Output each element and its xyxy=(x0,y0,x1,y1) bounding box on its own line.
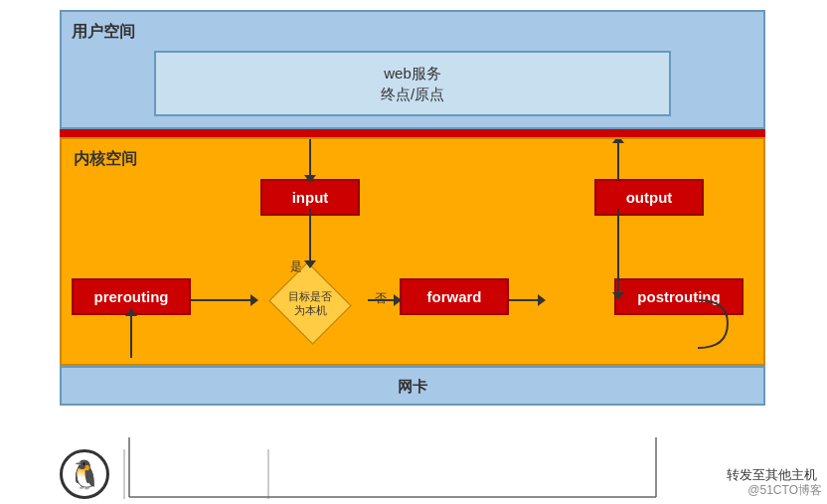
no-label: 否 xyxy=(375,290,387,307)
kernel-space: 内核空间 input output prerouting forward pos… xyxy=(60,137,765,366)
output-box: output xyxy=(594,179,704,216)
watermark: @51CTO博客 xyxy=(747,482,822,499)
network-card: 网卡 xyxy=(60,366,765,406)
main-container: 用户空间 web服务 终点/原点 内核空间 input output prero… xyxy=(60,10,765,437)
diamond-label: 目标是否 为本机 xyxy=(288,289,332,318)
user-space-label: 用户空间 xyxy=(72,22,753,43)
red-divider xyxy=(60,129,765,137)
network-card-label: 网卡 xyxy=(398,378,427,395)
kernel-space-label: 内核空间 xyxy=(74,149,137,170)
web-service-line1: web服务 xyxy=(156,63,669,84)
web-service-box: web服务 终点/原点 xyxy=(154,51,671,116)
diamond-container: 目标是否 为本机 xyxy=(255,263,365,343)
bottom-section: 🐧 xyxy=(60,449,318,499)
bottom-lines-svg xyxy=(119,449,318,499)
yes-label: 是 xyxy=(290,258,302,275)
input-box: input xyxy=(260,179,360,216)
forward-box: forward xyxy=(400,278,509,315)
postrouting-box: postrouting xyxy=(614,278,744,315)
prerouting-box: prerouting xyxy=(72,278,191,315)
logo-icon: 🐧 xyxy=(60,449,109,499)
user-space: 用户空间 web服务 终点/原点 xyxy=(60,10,765,129)
svg-marker-11 xyxy=(538,294,546,306)
svg-marker-3 xyxy=(612,139,624,143)
web-service-line2: 终点/原点 xyxy=(156,84,669,104)
arrows-svg xyxy=(62,139,763,364)
